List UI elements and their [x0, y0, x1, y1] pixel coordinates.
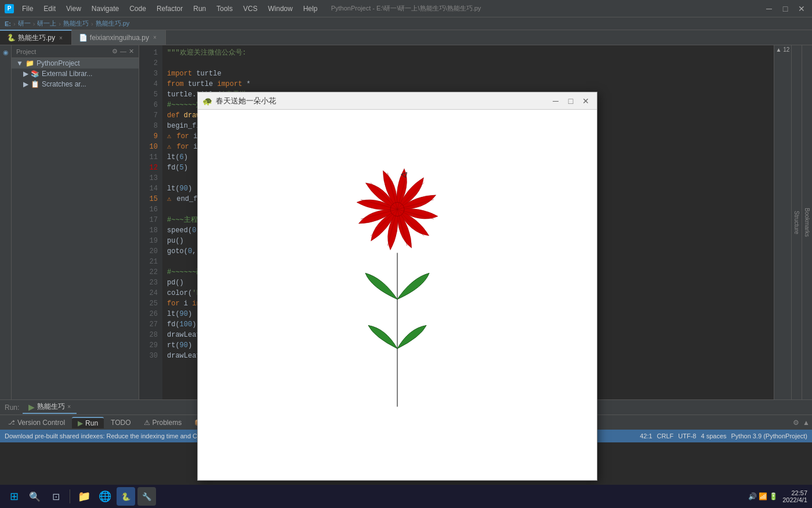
run-bottom-label: Run [85, 419, 98, 427]
project-close-icon[interactable]: ✕ [129, 48, 134, 55]
tab-close-1[interactable]: × [57, 34, 64, 42]
breadcrumb-item-3[interactable]: 熟能生巧 [63, 19, 89, 28]
maximize-button[interactable]: □ [780, 3, 791, 15]
project-title: Project [16, 48, 36, 55]
taskbar-explorer[interactable]: 📁 [75, 487, 93, 506]
status-crlf[interactable]: CRLF [657, 433, 674, 439]
turtle-canvas [198, 110, 597, 480]
settings-icon[interactable]: ⚙ [793, 419, 799, 427]
bookmarks-label: Bookmarks [804, 208, 810, 237]
minimize-button[interactable]: ─ [763, 3, 775, 15]
version-control-label: Version Control [17, 419, 65, 427]
search-taskbar-button[interactable]: 🔍 [26, 487, 44, 506]
tab-icon-1: 🐍 [7, 34, 16, 42]
breadcrumb-item-2[interactable]: 研一上 [37, 19, 56, 28]
menu-vcs[interactable]: VCS [238, 3, 262, 15]
run-label: Run: [5, 403, 19, 412]
turtle-maximize-button[interactable]: □ [564, 95, 577, 107]
project-collapse-icon[interactable]: ― [120, 48, 126, 55]
code-line-3: import turtle [167, 69, 769, 79]
run-icon: ▶ [28, 402, 35, 412]
tab-close-2[interactable]: × [151, 34, 158, 41]
bookmarks-panel[interactable]: Bookmarks [802, 45, 812, 399]
menu-edit[interactable]: Edit [39, 3, 60, 15]
ext-libs-label: External Librar... [42, 70, 92, 78]
menu-window[interactable]: Window [263, 3, 298, 15]
tab-icon-2: 📄 [79, 34, 88, 42]
code-line-1: """欢迎关注微信公众号: [167, 48, 769, 58]
taskbar-pycharm[interactable]: 🐍 [117, 487, 135, 506]
tree-item-ext-libs[interactable]: ▶ 📚 External Librar... [12, 69, 139, 79]
run-tab-label: 熟能生巧 [37, 402, 65, 412]
tab-run[interactable]: ▶ Run [72, 417, 104, 428]
version-control-icon: ⎇ [8, 419, 15, 426]
run-tab-main[interactable]: ▶ 熟能生巧 × [23, 401, 77, 414]
tab-label-2: feixianxinguihua.py [90, 34, 149, 42]
menu-navigate[interactable]: Navigate [87, 3, 124, 15]
turtle-window-controls: ─ □ ✕ [549, 95, 592, 107]
turtle-window: 🐢 春天送她一朵小花 ─ □ ✕ [197, 92, 597, 481]
close-button[interactable]: ✕ [796, 3, 807, 15]
tray-icons: 🔊 📶 🔋 [748, 492, 778, 500]
taskbar: ⊞ 🔍 ⊡ 📁 🌐 🐍 🔧 🔊 📶 🔋 22:57 2022/4/1 [0, 485, 812, 508]
taskbar-python-file[interactable]: 🔧 [137, 487, 156, 506]
scratches-icon: 📋 [31, 80, 39, 88]
menu-code[interactable]: Code [125, 3, 151, 15]
status-python[interactable]: Python 3.9 (PythonProject) [731, 433, 807, 439]
structure-panel[interactable]: Structure [791, 45, 802, 399]
project-settings-icon[interactable]: ⚙ [112, 48, 118, 55]
ext-libs-icon: 📚 [31, 70, 39, 78]
run-close-icon[interactable]: × [67, 403, 71, 410]
turtle-close-button[interactable]: ✕ [579, 95, 592, 107]
turtle-window-title: 春天送她一朵小花 [216, 96, 546, 106]
tree-item-root[interactable]: ▼ 📁 PythonProject [12, 58, 139, 69]
project-panel: Project ⚙ ― ✕ ▼ 📁 PythonProject ▶ 📚 Exte… [12, 45, 139, 399]
problems-label: Problems [153, 419, 182, 427]
menu-tools[interactable]: Tools [212, 3, 237, 15]
start-button[interactable]: ⊞ [5, 487, 23, 506]
breadcrumb-indicator: E: [5, 20, 11, 27]
tree-item-scratches[interactable]: ▶ 📋 Scratches ar... [12, 79, 139, 89]
menu-help[interactable]: Help [299, 3, 322, 15]
status-position[interactable]: 42:1 [640, 433, 652, 439]
menu-file[interactable]: File [17, 3, 38, 15]
sidebar-project-icon[interactable]: ◉ [3, 49, 9, 56]
tab-second-file[interactable]: 📄 feixianxinguihua.py × [72, 30, 166, 45]
menu-run[interactable]: Run [188, 3, 211, 15]
expand-icon[interactable]: ▲ [803, 419, 810, 427]
right-gutter: ▲ 12 [774, 45, 791, 399]
window-controls: ─ □ ✕ [763, 3, 807, 15]
scratches-expand-icon: ▶ [23, 80, 28, 88]
problems-icon: ⚠ [144, 419, 150, 427]
todo-label: TODO [111, 419, 130, 427]
turtle-title-bar[interactable]: 🐢 春天送她一朵小花 ─ □ ✕ [198, 92, 597, 110]
root-icon: 📁 [26, 59, 34, 67]
scratches-label: Scratches ar... [42, 80, 86, 88]
turtle-minimize-button[interactable]: ─ [549, 95, 562, 107]
structure-label: Structure [793, 211, 800, 235]
breadcrumb-item-1[interactable]: 研一 [18, 19, 31, 28]
breadcrumb: E: › 研一 › 研一上 › 熟能生巧 › 熟能生巧.py [0, 17, 812, 30]
status-encoding[interactable]: UTF-8 [678, 433, 696, 439]
file-tabs: 🐍 熟能生巧.py × 📄 feixianxinguihua.py × [0, 30, 812, 45]
run-bottom-icon: ▶ [78, 419, 83, 427]
taskbar-divider [70, 489, 70, 503]
tab-main-file[interactable]: 🐍 熟能生巧.py × [0, 30, 72, 45]
system-tray: 🔊 📶 🔋 22:57 2022/4/1 [748, 489, 808, 503]
taskbar-browser[interactable]: 🌐 [96, 487, 114, 506]
bottom-bar-right: ⚙ ▲ [793, 419, 810, 427]
ext-libs-expand-icon: ▶ [23, 70, 28, 78]
code-line-2 [167, 58, 769, 69]
window-title: PythonProject - E:\研一\研一上\熟能生巧\熟能生巧.py [331, 4, 481, 13]
menu-refactor[interactable]: Refactor [152, 3, 187, 15]
gutter-line-count: ▲ 12 [776, 46, 790, 53]
tab-todo[interactable]: TODO [105, 417, 136, 428]
breadcrumb-current-file[interactable]: 熟能生巧.py [96, 19, 130, 28]
tab-problems[interactable]: ⚠ Problems [138, 417, 188, 428]
tab-version-control[interactable]: ⎇ Version Control [2, 417, 71, 428]
menu-view[interactable]: View [61, 3, 86, 15]
taskview-button[interactable]: ⊡ [46, 487, 65, 506]
status-indent[interactable]: 4 spaces [701, 433, 727, 439]
code-line-4: from turtle import * [167, 79, 769, 89]
turtle-window-icon: 🐢 [202, 96, 212, 106]
